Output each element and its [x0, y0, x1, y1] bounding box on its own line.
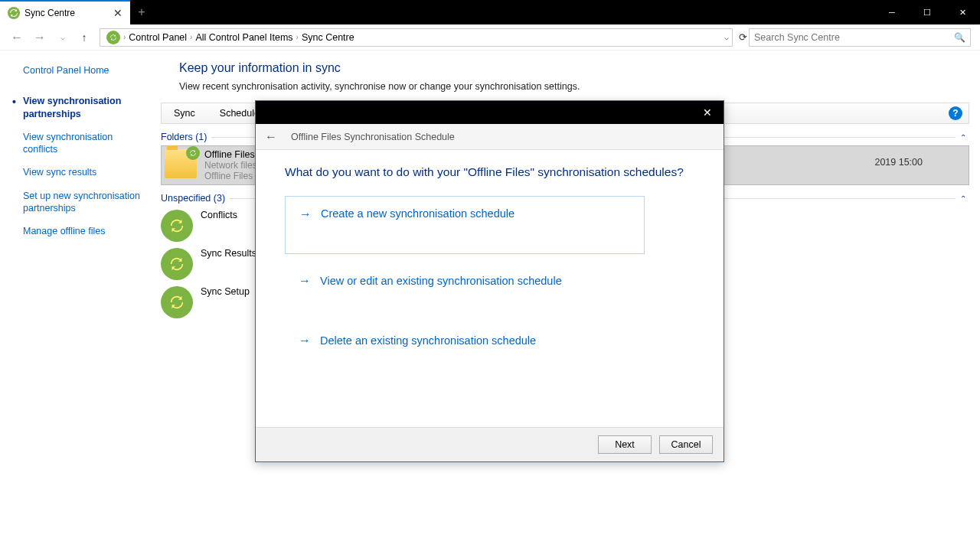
search-input[interactable]	[754, 32, 954, 43]
schedule-dialog: ✕ ← Offline Files Synchronisation Schedu…	[255, 100, 724, 462]
dialog-header: ← Offline Files Synchronisation Schedule	[256, 124, 724, 150]
folder-icon	[165, 149, 197, 178]
control-panel-home-link[interactable]: Control Panel Home	[23, 64, 145, 77]
cancel-button[interactable]: Cancel	[659, 435, 713, 454]
arrow-icon: →	[299, 274, 311, 288]
breadcrumb-item[interactable]: All Control Panel Items	[195, 32, 292, 43]
sync-icon	[106, 31, 120, 44]
close-button[interactable]: ✕	[945, 0, 980, 24]
sidebar-link-partnerships[interactable]: View synchronisation partnerships	[23, 95, 145, 120]
sync-icon	[8, 7, 20, 19]
dialog-question: What do you want to do with your "Offlin…	[285, 165, 694, 179]
sidebar: Control Panel Home View synchronisation …	[0, 51, 153, 551]
forward-button[interactable]: →	[29, 27, 51, 48]
sidebar-link-offline[interactable]: Manage offline files	[23, 225, 145, 237]
back-button[interactable]: ←	[6, 27, 28, 48]
dialog-subtitle: Offline Files Synchronisation Schedule	[291, 132, 455, 142]
item-timestamp: 2019 15:00	[874, 157, 923, 168]
next-button[interactable]: Next	[598, 435, 652, 454]
sidebar-link-setup[interactable]: Set up new synchronisation partnerships	[23, 190, 145, 215]
page-description: View recent synchronisation activity, sy…	[179, 81, 969, 92]
title-bar: Sync Centre ✕ + ─ ☐ ✕	[0, 0, 980, 24]
option-delete-schedule[interactable]: → Delete an existing synchronisation sch…	[285, 329, 694, 352]
option-view-schedule[interactable]: → View or edit an existing synchronisati…	[285, 269, 694, 292]
dialog-body: What do you want to do with your "Offlin…	[256, 150, 724, 427]
collapse-icon[interactable]: ⌃	[960, 133, 966, 142]
recent-dropdown[interactable]: ⌵	[52, 27, 74, 48]
navigation-bar: ← → ⌵ ↑ › Control Panel › All Control Pa…	[0, 24, 980, 51]
arrow-icon: →	[299, 334, 311, 347]
sync-icon	[161, 210, 193, 242]
refresh-button[interactable]: ⟳	[739, 31, 747, 43]
sidebar-link-conflicts[interactable]: View synchronisation conflicts	[23, 131, 145, 156]
new-tab-button[interactable]: +	[130, 0, 153, 24]
breadcrumb-item[interactable]: Control Panel	[129, 32, 187, 43]
help-button[interactable]: ?	[949, 106, 962, 120]
maximize-button[interactable]: ☐	[910, 0, 945, 24]
minimize-button[interactable]: ─	[874, 0, 910, 24]
arrow-icon: →	[299, 207, 312, 221]
address-bar[interactable]: › Control Panel › All Control Panel Item…	[100, 28, 733, 47]
sync-icon	[161, 286, 193, 318]
window-controls: ─ ☐ ✕	[874, 0, 980, 24]
breadcrumb-item[interactable]: Sync Centre	[302, 32, 354, 43]
sync-badge-icon	[186, 146, 200, 160]
dialog-back-button[interactable]: ←	[265, 130, 277, 144]
up-button[interactable]: ↑	[75, 28, 93, 47]
window-tab[interactable]: Sync Centre ✕	[0, 0, 130, 24]
sidebar-link-results[interactable]: View sync results	[23, 166, 145, 178]
tab-sync[interactable]: Sync	[162, 103, 207, 123]
search-icon: 🔍	[954, 32, 965, 43]
page-title: Keep your information in sync	[179, 61, 969, 75]
collapse-icon[interactable]: ⌃	[960, 194, 966, 203]
dialog-title-bar[interactable]: ✕	[256, 101, 724, 124]
sync-icon	[161, 248, 193, 280]
address-dropdown-icon[interactable]: ⌵	[724, 33, 729, 41]
tab-close-icon[interactable]: ✕	[113, 7, 122, 19]
dialog-close-button[interactable]: ✕	[691, 101, 724, 124]
search-box[interactable]: 🔍	[749, 28, 971, 47]
item-text: Offline Files Network files Offline File…	[204, 149, 260, 181]
dialog-footer: Next Cancel	[256, 427, 724, 461]
svg-point-0	[8, 7, 20, 19]
option-create-schedule[interactable]: → Create a new synchronisation schedule	[285, 196, 645, 254]
tab-title: Sync Centre	[24, 8, 75, 18]
